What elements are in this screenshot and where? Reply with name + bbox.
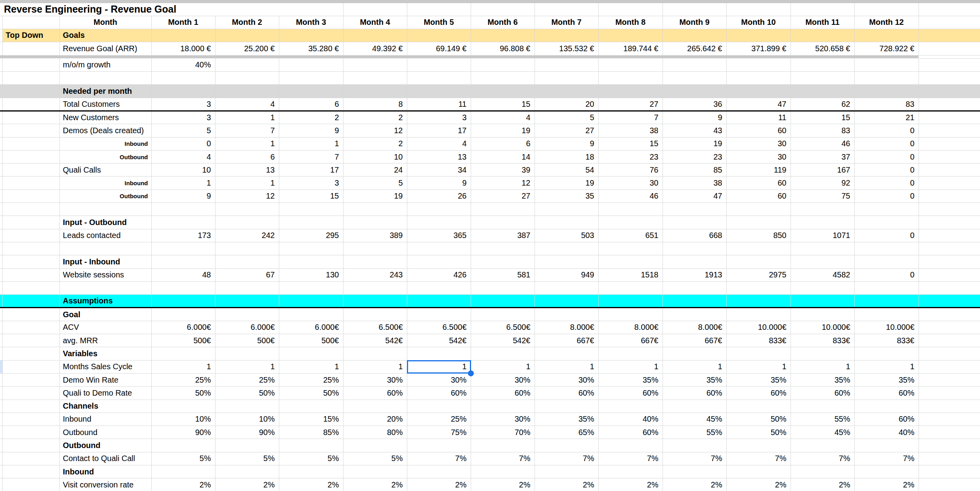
cell-channel-outbound-m6[interactable]: 70% [471,426,535,439]
cell-total-customers-m6[interactable]: 15 [471,98,535,111]
cell-leads-contacted-m2[interactable]: 242 [215,229,279,242]
cell-assumptions-m11[interactable] [791,295,854,308]
cell-spacer-2-m7[interactable] [535,203,598,216]
cell-spacer-3-m1[interactable] [151,242,215,255]
cell-total-customers-m9[interactable]: 36 [663,98,726,111]
empty-cell[interactable] [919,124,980,137]
cell-demos-deals-created-m11[interactable]: 83 [791,124,854,137]
column-header-month-5[interactable]: Month 5 [407,16,471,29]
cell-demo-win-rate-m8[interactable]: 35% [598,373,663,386]
cell-demos-outbound-m12[interactable]: 0 [854,150,919,163]
cell-visit-conversion-rate-m5[interactable]: 2% [407,478,471,491]
cell-spacer-4-m2[interactable] [215,281,279,294]
cell-spacer-2-m1[interactable] [151,203,215,216]
cell-mom-growth-m1[interactable]: 40% [151,58,215,71]
cell-spacer-4-m9[interactable] [663,281,726,294]
cell-assumptions-m8[interactable] [598,295,663,308]
cell-outbound-header-m4[interactable] [343,439,407,452]
column-header-month-3[interactable]: Month 3 [279,16,343,29]
cell-quali-outbound-m1[interactable]: 9 [151,190,215,203]
cell-months-sales-cycle-m9[interactable]: 1 [663,360,726,373]
cell-spacer-1-m12[interactable] [854,72,919,85]
cell-spacer-2-m2[interactable] [215,203,279,216]
selection-fill-handle[interactable] [468,370,474,376]
cell-acv-m12[interactable]: 10.000€ [854,321,919,334]
empty-cell[interactable] [2,229,59,242]
empty-cell[interactable] [919,452,980,465]
cell-demos-inbound-m5[interactable]: 4 [407,137,471,150]
cell-visit-conversion-rate-m6[interactable]: 2% [471,478,535,491]
empty-cell[interactable] [919,347,980,360]
cell-quali-inbound-m9[interactable]: 38 [663,177,726,190]
cell-inbound-header-m12[interactable] [854,465,919,478]
empty-cell[interactable] [407,3,471,16]
cell-quali-inbound-m12[interactable]: 0 [854,177,919,190]
cell-spacer-2-m11[interactable] [791,203,854,216]
cell-contact-to-quali-call-m8[interactable]: 7% [598,452,663,465]
cell-goal-m1[interactable] [151,308,215,321]
cell-demos-deals-created-m12[interactable]: 0 [854,124,919,137]
cell-input-inbound-m10[interactable] [726,255,791,268]
empty-cell[interactable] [919,255,980,268]
cell-spacer-3-m8[interactable] [598,242,663,255]
cell-new-customers-m3[interactable]: 2 [279,111,343,124]
empty-cell[interactable] [919,72,980,85]
cell-revenue-goal-m1[interactable]: 18.000 € [151,42,215,55]
cell-quali-calls-m2[interactable]: 13 [215,164,279,177]
cell-channel-outbound-m9[interactable]: 55% [663,426,726,439]
cell-website-sessions-m1[interactable]: 48 [151,268,215,281]
cell-spacer-1-m6[interactable] [471,72,535,85]
cell-spacer-4-m12[interactable] [854,281,919,294]
label-outbound-header[interactable]: Outbound [59,439,151,452]
cell-leads-contacted-m6[interactable]: 387 [471,229,535,242]
cell-quali-outbound-m5[interactable]: 26 [407,190,471,203]
cell-avg-mrr-m3[interactable]: 500€ [279,334,343,347]
cell-goals-m12[interactable] [854,29,919,42]
cell-channels-m1[interactable] [151,400,215,413]
cell-quali-to-demo-rate-m12[interactable]: 60% [854,387,919,400]
cell-input-outbound-m7[interactable] [535,216,598,229]
empty-cell[interactable] [919,400,980,413]
cell-revenue-goal-m12[interactable]: 728.922 € [854,42,919,55]
cell-input-inbound-m12[interactable] [854,255,919,268]
cell-variables-m9[interactable] [663,347,726,360]
cell-assumptions-m5[interactable] [407,295,471,308]
cell-quali-inbound-m7[interactable]: 19 [535,177,598,190]
cell-avg-mrr-m4[interactable]: 542€ [343,334,407,347]
cell-months-sales-cycle-m3[interactable]: 1 [279,360,343,373]
cell-website-sessions-m12[interactable]: 0 [854,268,919,281]
cell-quali-outbound-m4[interactable]: 19 [343,190,407,203]
cell-goal-m12[interactable] [854,308,919,321]
cell-channels-m2[interactable] [215,400,279,413]
cell-contact-to-quali-call-m9[interactable]: 7% [663,452,726,465]
empty-cell[interactable] [2,242,59,255]
cell-demos-deals-created-m6[interactable]: 19 [471,124,535,137]
cell-demos-inbound-m11[interactable]: 46 [791,137,854,150]
cell-needed-per-month-m8[interactable] [598,85,663,98]
cell-mom-growth-m4[interactable] [343,58,407,71]
cell-spacer-2-m6[interactable] [471,203,535,216]
cell-demos-inbound-m7[interactable]: 9 [535,137,598,150]
cell-demos-outbound-m6[interactable]: 14 [471,150,535,163]
cell-needed-per-month-m7[interactable] [535,85,598,98]
cell-channel-inbound-m10[interactable]: 50% [726,413,791,426]
cell-visit-conversion-rate-m10[interactable]: 2% [726,478,791,491]
empty-cell[interactable] [663,3,726,16]
empty-cell[interactable] [2,268,59,281]
cell-months-sales-cycle-m10[interactable]: 1 [726,360,791,373]
empty-cell[interactable] [2,387,59,400]
cell-avg-mrr-m1[interactable]: 500€ [151,334,215,347]
cell-quali-outbound-m11[interactable]: 75 [791,190,854,203]
empty-cell[interactable] [919,3,980,16]
cell-inbound-header-m9[interactable] [663,465,726,478]
cell-needed-per-month-m11[interactable] [791,85,854,98]
label-website-sessions[interactable]: Website sessions [59,268,151,281]
cell-leads-contacted-m8[interactable]: 651 [598,229,663,242]
cell-demos-outbound-m3[interactable]: 7 [279,150,343,163]
empty-cell[interactable] [2,439,59,452]
cell-spacer-1-m3[interactable] [279,72,343,85]
empty-cell[interactable] [598,3,663,16]
cell-spacer-1-m9[interactable] [663,72,726,85]
empty-cell[interactable] [2,400,59,413]
empty-cell[interactable] [919,177,980,190]
